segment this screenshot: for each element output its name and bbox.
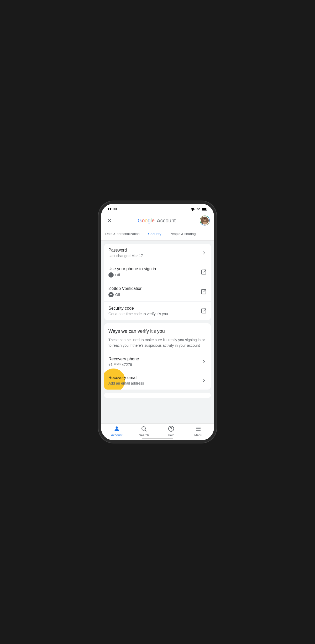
recovery-phone-title: Recovery phone	[108, 357, 201, 361]
tab-people-sharing[interactable]: People & sharing	[165, 228, 200, 241]
two-step-off-icon	[108, 292, 114, 297]
status-time: 11:00	[107, 207, 117, 211]
recovery-email-title: Recovery email	[108, 375, 201, 380]
svg-line-10	[203, 290, 206, 292]
avatar-icon	[201, 217, 208, 224]
account-label: Account	[157, 218, 176, 224]
help-nav-icon	[167, 425, 175, 432]
wifi-icon	[190, 207, 195, 211]
security-code-item[interactable]: Security code Get a one-time code to ver…	[104, 302, 211, 320]
nav-help[interactable]: Help	[158, 425, 185, 437]
avatar[interactable]	[200, 216, 210, 226]
phone-frame: 11:00 ✕ Google Account	[101, 204, 214, 440]
account-nav-icon	[113, 425, 120, 432]
svg-line-12	[203, 309, 206, 311]
recovery-email-chevron-icon	[201, 378, 207, 383]
recovery-email-item[interactable]: Recovery email Add an email address	[104, 371, 211, 390]
security-code-subtitle: Get a one-time code to verify it's you	[108, 312, 201, 316]
verify-description: These can be used to make sure it's real…	[108, 337, 207, 348]
next-card-partial	[104, 393, 211, 398]
phone-signin-external-icon	[201, 269, 207, 275]
security-code-title: Security code	[108, 306, 201, 311]
recovery-phone-chevron-icon	[201, 359, 207, 364]
two-step-title: 2-Step Verification	[108, 286, 201, 291]
recovery-phone-content: Recovery phone +1 ***** 47279	[108, 357, 201, 367]
two-step-status: Off	[115, 293, 120, 297]
phone-signin-title: Use your phone to sign in	[108, 267, 201, 271]
recovery-phone-subtitle: +1 ***** 47279	[108, 362, 201, 367]
password-title: Password	[108, 248, 201, 253]
password-item[interactable]: Password Last changed Mar 17	[104, 244, 211, 262]
tab-data-personalization[interactable]: Data & personalization	[101, 228, 144, 241]
account-nav-label: Account	[111, 433, 122, 437]
recovery-phone-item[interactable]: Recovery phone +1 ***** 47279	[104, 352, 211, 371]
svg-point-14	[142, 427, 145, 430]
phone-signin-item[interactable]: Use your phone to sign in Off	[104, 262, 211, 282]
phone-signin-status: Off	[115, 273, 120, 277]
svg-rect-1	[207, 208, 207, 210]
content-area: Password Last changed Mar 17 Use your ph…	[101, 241, 214, 423]
menu-nav-label: Menu	[194, 433, 202, 437]
svg-line-15	[145, 430, 147, 431]
svg-rect-6	[204, 218, 206, 219]
close-button[interactable]: ✕	[105, 216, 114, 225]
header-title: Google Account	[117, 218, 197, 224]
status-icons	[190, 207, 208, 211]
header: ✕ Google Account	[101, 213, 214, 228]
battery-icon	[202, 207, 208, 211]
signing-in-card: Password Last changed Mar 17 Use your ph…	[104, 244, 211, 320]
nav-search[interactable]: Search	[130, 425, 158, 437]
security-code-content: Security code Get a one-time code to ver…	[108, 306, 201, 316]
signal-icon	[197, 207, 200, 211]
google-logo: Google	[138, 218, 155, 224]
security-code-external-icon	[201, 308, 207, 314]
phone-signin-content: Use your phone to sign in Off	[108, 267, 201, 278]
tab-data-label: Data & personalization	[105, 232, 140, 236]
recovery-email-subtitle: Add an email address	[108, 381, 201, 385]
two-step-subtitle: Off	[108, 292, 201, 297]
verify-title: Ways we can verify it's you	[108, 329, 207, 334]
svg-rect-2	[202, 208, 206, 210]
home-indicator	[142, 438, 173, 439]
avatar-photo	[201, 217, 209, 224]
recovery-email-content: Recovery email Add an email address	[108, 375, 201, 385]
status-bar: 11:00	[101, 204, 214, 213]
verify-section-header: Ways we can verify it's you These can be…	[104, 323, 211, 352]
password-chevron-icon	[201, 250, 207, 255]
two-step-content: 2-Step Verification Off	[108, 286, 201, 297]
nav-account[interactable]: Account	[103, 425, 130, 437]
search-nav-label: Search	[139, 433, 149, 437]
help-icon	[168, 426, 174, 432]
two-step-item[interactable]: 2-Step Verification Off	[104, 282, 211, 302]
nav-menu[interactable]: Menu	[185, 425, 212, 437]
tab-security-label: Security	[148, 232, 161, 236]
menu-icon	[195, 426, 201, 432]
phone-signin-off-icon	[108, 272, 114, 278]
search-nav-icon	[140, 425, 148, 432]
menu-nav-icon	[195, 425, 202, 432]
two-step-external-icon	[201, 289, 207, 295]
help-nav-label: Help	[168, 433, 174, 437]
tabs: Data & personalization Security People &…	[101, 228, 214, 241]
account-icon	[113, 425, 120, 432]
verify-card: Ways we can verify it's you These can be…	[104, 323, 211, 390]
phone-signin-subtitle: Off	[108, 272, 201, 278]
svg-point-13	[116, 426, 118, 429]
tab-security[interactable]: Security	[144, 228, 166, 241]
search-icon	[141, 426, 147, 432]
svg-line-8	[203, 270, 206, 272]
password-item-content: Password Last changed Mar 17	[108, 248, 201, 258]
password-subtitle: Last changed Mar 17	[108, 254, 201, 258]
tab-people-label: People & sharing	[170, 232, 196, 236]
